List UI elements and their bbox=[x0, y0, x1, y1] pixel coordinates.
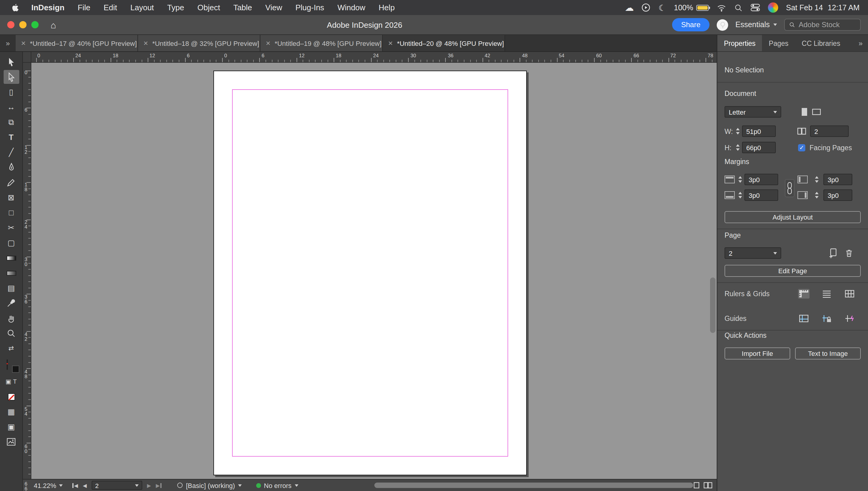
doc-tab-untitled-18[interactable]: × *Untitled–18 @ 32% [GPU Preview] bbox=[138, 35, 260, 51]
swap-fill-stroke-icon[interactable]: ⇄ bbox=[3, 341, 19, 355]
type-tool[interactable]: T bbox=[3, 130, 19, 144]
smart-guides-icon[interactable] bbox=[844, 314, 855, 323]
height-stepper[interactable] bbox=[734, 144, 741, 151]
facing-pages-checkbox[interactable]: ✓ bbox=[798, 144, 805, 151]
lightbulb-icon[interactable] bbox=[717, 19, 728, 30]
gradient-feather-tool[interactable] bbox=[3, 266, 19, 280]
menu-file[interactable]: File bbox=[71, 0, 97, 15]
scissors-tool[interactable]: ✂ bbox=[3, 221, 19, 235]
preflight-menu-icon[interactable] bbox=[177, 483, 182, 488]
text-to-image-button[interactable]: Text to Image bbox=[795, 347, 861, 359]
eyedropper-tool[interactable] bbox=[3, 296, 19, 310]
menu-layout[interactable]: Layout bbox=[124, 0, 161, 15]
margin-top-stepper[interactable] bbox=[737, 176, 743, 183]
adjust-layout-button[interactable]: Adjust Layout bbox=[724, 211, 861, 223]
page-number-dropdown[interactable]: 2 bbox=[92, 481, 142, 490]
note-tool[interactable]: ▤ bbox=[3, 281, 19, 295]
pencil-tool[interactable] bbox=[3, 176, 19, 190]
doc-tab-untitled-20[interactable]: × *Untitled–20 @ 48% [GPU Preview] bbox=[383, 35, 505, 51]
pasteboard-canvas[interactable] bbox=[31, 63, 717, 479]
rectangle-frame-tool[interactable]: ⊠ bbox=[3, 191, 19, 204]
home-icon[interactable]: ⌂ bbox=[51, 20, 56, 30]
menu-edit[interactable]: Edit bbox=[97, 0, 124, 15]
menu-plugins[interactable]: Plug-Ins bbox=[289, 0, 331, 15]
previous-page-button[interactable]: ◀ bbox=[83, 482, 87, 488]
page-size-dropdown[interactable]: Letter bbox=[724, 106, 781, 118]
document-page[interactable] bbox=[213, 70, 527, 475]
preflight-profile-dropdown[interactable]: [Basic] (working) bbox=[186, 482, 242, 489]
menu-window[interactable]: Window bbox=[331, 0, 372, 15]
gap-tool[interactable]: ↔ bbox=[3, 100, 19, 114]
lock-guides-icon[interactable] bbox=[821, 314, 832, 323]
screen-mode-icon[interactable]: ▣ bbox=[3, 420, 19, 434]
zoom-tool[interactable] bbox=[3, 326, 19, 340]
document-grid-icon[interactable] bbox=[844, 289, 855, 298]
doc-tab-untitled-17[interactable]: × *Untitled–17 @ 40% [GPU Preview] bbox=[16, 35, 138, 51]
content-collector-tool[interactable]: ⧉ bbox=[3, 115, 19, 129]
apple-menu[interactable] bbox=[5, 3, 25, 12]
close-icon[interactable]: × bbox=[21, 38, 26, 48]
tab-pages[interactable]: Pages bbox=[762, 35, 795, 51]
workspace-switcher[interactable]: Essentials bbox=[735, 21, 777, 29]
link-margins-icon[interactable] bbox=[785, 179, 795, 197]
control-center-icon[interactable] bbox=[750, 4, 760, 11]
spread-view-icon[interactable] bbox=[704, 482, 712, 489]
margin-top-field[interactable]: 3p0 bbox=[744, 174, 778, 185]
delete-page-icon[interactable] bbox=[844, 249, 854, 258]
hand-tool[interactable] bbox=[3, 311, 19, 325]
menu-help[interactable]: Help bbox=[372, 0, 401, 15]
preflight-errors-dropdown[interactable]: No errors bbox=[264, 482, 299, 489]
ruler-origin-corner[interactable] bbox=[23, 52, 31, 62]
apply-none-swatch[interactable] bbox=[3, 389, 19, 404]
rectangle-tool[interactable]: □ bbox=[3, 206, 19, 220]
vertical-scrollbar[interactable] bbox=[710, 278, 715, 333]
pen-tool[interactable] bbox=[3, 161, 19, 174]
line-tool[interactable]: ╱ bbox=[3, 145, 19, 159]
orientation-landscape-button[interactable] bbox=[812, 108, 822, 116]
height-field[interactable]: 66p0 bbox=[742, 142, 776, 153]
user-avatar[interactable] bbox=[768, 2, 778, 13]
width-field[interactable]: 51p0 bbox=[742, 125, 776, 137]
show-guides-icon[interactable] bbox=[798, 314, 809, 323]
wifi-icon[interactable] bbox=[717, 3, 726, 12]
margin-outside-stepper[interactable] bbox=[813, 192, 820, 198]
close-icon[interactable]: × bbox=[144, 38, 148, 48]
minimize-window-button[interactable] bbox=[19, 21, 27, 28]
next-page-button[interactable]: ▶ bbox=[147, 482, 151, 488]
adobe-stock-search[interactable]: Adobe Stock bbox=[784, 19, 861, 31]
selection-tool[interactable] bbox=[3, 55, 19, 69]
close-window-button[interactable] bbox=[7, 21, 14, 28]
content-placer-icon[interactable] bbox=[3, 435, 19, 449]
last-page-button[interactable]: ▶ bbox=[156, 482, 161, 488]
share-button[interactable]: Share bbox=[672, 18, 710, 31]
width-stepper[interactable] bbox=[734, 128, 741, 135]
creative-cloud-icon[interactable]: ☁ bbox=[625, 2, 634, 13]
first-page-button[interactable]: ◀ bbox=[73, 482, 78, 488]
vertical-ruler[interactable]: 0 6 12 18 24 30 36 42 48 54 60 66 bbox=[23, 63, 31, 479]
edit-page-button[interactable]: Edit Page bbox=[724, 265, 861, 277]
pages-count-field[interactable]: 2 bbox=[810, 125, 849, 137]
page-tool[interactable]: ▯ bbox=[3, 85, 19, 99]
margin-outside-field[interactable]: 3p0 bbox=[824, 190, 852, 201]
formatting-affects-controls[interactable]: ▣ T bbox=[3, 375, 19, 388]
baseline-grid-icon[interactable] bbox=[821, 289, 832, 298]
horizontal-scrollbar[interactable] bbox=[374, 483, 693, 488]
menu-view[interactable]: View bbox=[258, 0, 289, 15]
fill-stroke-swatches[interactable] bbox=[3, 356, 19, 373]
battery-status[interactable]: 100% bbox=[674, 3, 709, 12]
toolbar-expand-icon[interactable]: » bbox=[0, 35, 16, 51]
add-page-icon[interactable] bbox=[828, 248, 838, 258]
close-icon[interactable]: × bbox=[388, 38, 393, 48]
zoom-level-dropdown[interactable]: 41.22% bbox=[34, 482, 63, 489]
spotlight-icon[interactable] bbox=[734, 3, 743, 12]
direct-selection-tool[interactable] bbox=[3, 70, 19, 84]
close-icon[interactable]: × bbox=[266, 38, 270, 48]
menu-table[interactable]: Table bbox=[227, 0, 258, 15]
view-options-icon[interactable]: ▦ bbox=[3, 405, 19, 418]
show-rulers-icon[interactable] bbox=[798, 289, 809, 298]
tab-cc-libraries[interactable]: CC Libraries bbox=[795, 35, 847, 51]
margin-bottom-field[interactable]: 3p0 bbox=[744, 190, 778, 201]
focus-moon-icon[interactable]: ☾ bbox=[658, 3, 666, 12]
panel-collapse-icon[interactable]: » bbox=[853, 35, 868, 51]
gradient-swatch-tool[interactable] bbox=[3, 251, 19, 265]
